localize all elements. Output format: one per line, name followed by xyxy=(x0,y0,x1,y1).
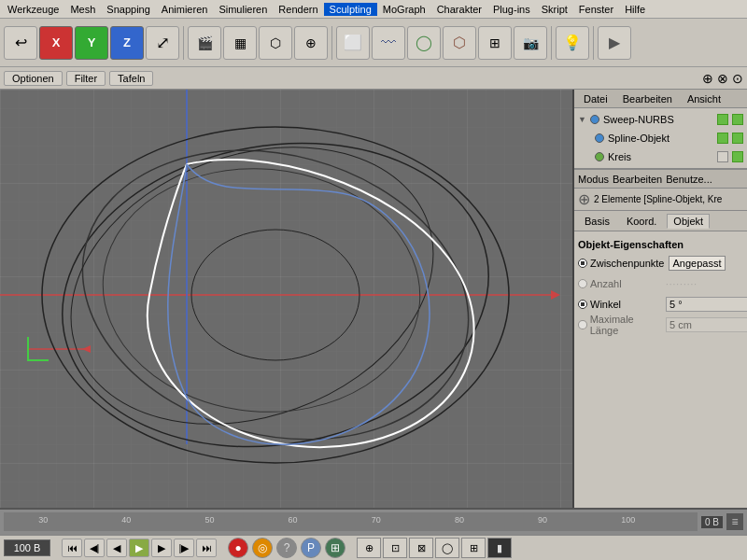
anim4-btn[interactable]: ⊕ xyxy=(294,26,328,60)
prop-dots-anzahl: ········· xyxy=(666,279,743,289)
btn-help[interactable]: ? xyxy=(276,538,297,558)
btn-next-frame[interactable]: ▶ xyxy=(151,539,172,557)
menu-mograph[interactable]: MoGraph xyxy=(377,3,431,16)
btn-icon3[interactable]: ⊠ xyxy=(409,538,433,558)
props-info-icon: ⊕ xyxy=(578,190,590,208)
toolbar2: Optionen Filter Tafeln ⊕ ⊗ ⊙ xyxy=(0,67,747,90)
menu-charakter[interactable]: Charakter xyxy=(431,3,487,16)
menu-skript[interactable]: Skript xyxy=(536,3,573,16)
prop-label-maxlaenge: Maximale Länge xyxy=(578,314,662,336)
tl-mark-80: 80 xyxy=(455,515,464,525)
prop-radio-anzahl[interactable] xyxy=(578,279,587,288)
tree-check-sweep-vis[interactable] xyxy=(717,114,728,125)
btn-next-key[interactable]: |▶ xyxy=(174,539,194,557)
filter-btn[interactable]: Filter xyxy=(66,71,106,86)
btn-prev-key[interactable]: ◀| xyxy=(84,539,105,557)
anim-record-btn[interactable]: 🎬 xyxy=(188,26,221,60)
tab-datei[interactable]: Datei xyxy=(578,91,613,107)
btn-record[interactable]: ● xyxy=(228,538,248,558)
menu-animieren[interactable]: Animieren xyxy=(156,3,214,16)
menu-simulieren[interactable]: Simulieren xyxy=(213,3,273,16)
tl-badge: 0 B xyxy=(701,516,723,528)
anim3-btn[interactable]: ⬡ xyxy=(259,26,292,60)
timeline-marks[interactable]: 30 40 50 60 70 80 90 100 xyxy=(4,512,698,531)
props-tab-objekt[interactable]: Objekt xyxy=(667,214,710,229)
icon-circle[interactable]: ⊙ xyxy=(732,71,743,86)
undo-btn[interactable]: ↩ xyxy=(4,26,37,60)
tree-check-kreis-vis[interactable] xyxy=(717,151,728,162)
props-header-bearbeiten[interactable]: Bearbeiten xyxy=(613,174,662,185)
btn-render[interactable]: P xyxy=(301,538,321,558)
main-toolbar: ↩ X Y Z ⤢ 🎬 ▦ ⬡ ⊕ ⬜ 〰 ◯ ⬡ ⊞ 📷 💡 ▶ xyxy=(0,19,747,67)
nurbs-btn[interactable]: ◯ xyxy=(407,26,441,60)
btn-to-start[interactable]: ⏮ xyxy=(62,539,82,557)
coord-z-btn[interactable]: Z xyxy=(110,26,144,60)
toolbar-sep4 xyxy=(593,26,594,60)
icon-down[interactable]: ⊗ xyxy=(717,71,728,86)
tl-scroll-btn[interactable]: ≡ xyxy=(726,513,743,530)
cube-btn[interactable]: ⬜ xyxy=(336,26,370,60)
menu-werkzeuge[interactable]: Werkzeuge xyxy=(2,3,64,16)
prop-row-anzahl: Anzahl ········· xyxy=(578,274,743,293)
menu-snapping[interactable]: Snapping xyxy=(101,3,156,16)
coord-y-btn[interactable]: Y xyxy=(75,26,108,60)
tree-check-sweep-render[interactable] xyxy=(732,114,743,125)
tafeln-btn[interactable]: Tafeln xyxy=(109,71,153,86)
tree-item-spline[interactable]: Spline-Objekt xyxy=(574,129,747,147)
anim2-btn[interactable]: ▦ xyxy=(223,26,257,60)
light-btn[interactable]: 💡 xyxy=(556,26,589,60)
prop-dropdown-zwischenpunkte[interactable]: Angepasst xyxy=(669,256,726,271)
props-tab-basis[interactable]: Basis xyxy=(578,214,616,229)
icon-crosshair[interactable]: ⊕ xyxy=(702,71,713,86)
btn-icon1[interactable]: ⊕ xyxy=(357,538,381,558)
tree-check-spline-vis[interactable] xyxy=(717,133,728,144)
prop-radio-zwischenpunkte[interactable] xyxy=(578,259,587,268)
tree-item-sweep[interactable]: ▼ Sweep-NURBS xyxy=(574,110,747,129)
frame-input[interactable] xyxy=(4,539,50,556)
tree-check-spline-render[interactable] xyxy=(732,133,743,144)
menu-mesh[interactable]: Mesh xyxy=(64,3,101,16)
timeline: 30 40 50 60 70 80 90 100 0 B ≡ xyxy=(0,508,747,534)
btn-icon4[interactable]: ◯ xyxy=(435,538,459,558)
tree-label-spline: Spline-Objekt xyxy=(608,133,669,144)
prop-radio-winkel[interactable] xyxy=(578,300,587,309)
btn-preview[interactable]: ⊞ xyxy=(325,538,345,558)
menu-hilfe[interactable]: Hilfe xyxy=(619,3,651,16)
menu-plugins[interactable]: Plug-ins xyxy=(487,3,536,16)
btn-play[interactable]: ▶ xyxy=(129,539,149,557)
props-header-benutzer[interactable]: Benutze... xyxy=(666,174,712,185)
prop-input-winkel[interactable] xyxy=(666,297,747,312)
tree-item-kreis[interactable]: Kreis xyxy=(574,147,747,166)
btn-icon5[interactable]: ⊞ xyxy=(461,538,486,558)
prop-radio-maxlaenge[interactable] xyxy=(578,320,587,329)
btn-icon6[interactable]: ▮ xyxy=(487,538,512,558)
render-btn[interactable]: ▶ xyxy=(598,26,631,60)
tab-ansicht[interactable]: Ansicht xyxy=(682,91,726,107)
btn-prev-frame[interactable]: ◀ xyxy=(106,539,127,557)
props-header-modus[interactable]: Modus xyxy=(578,174,609,185)
props-header: Modus Bearbeiten Benutze... xyxy=(574,170,747,189)
tree-check-kreis-render[interactable] xyxy=(732,151,743,162)
tl-mark-50: 50 xyxy=(204,515,214,525)
btn-to-end[interactable]: ⏭ xyxy=(196,539,217,557)
prop-input-maxlaenge[interactable] xyxy=(666,317,747,332)
viewport[interactable] xyxy=(0,90,574,508)
menu-rendern[interactable]: Rendern xyxy=(273,3,323,16)
prop-row-zwischenpunkte: Zwischenpunkte Angepasst xyxy=(578,254,743,273)
tab-bearbeiten[interactable]: Bearbeiten xyxy=(617,91,678,107)
prop-row-maxlaenge: Maximale Länge xyxy=(578,315,743,334)
camera-btn[interactable]: 📷 xyxy=(514,26,547,60)
btn-keyframe[interactable]: ◎ xyxy=(252,538,273,558)
scene-btn[interactable]: ⊞ xyxy=(478,26,512,60)
props-tab-koord[interactable]: Koord. xyxy=(620,214,663,229)
coord-x-btn[interactable]: X xyxy=(39,26,73,60)
menu-fenster[interactable]: Fenster xyxy=(573,3,619,16)
tl-mark-100: 100 xyxy=(621,515,635,525)
move-tool-btn[interactable]: ⤢ xyxy=(146,26,179,60)
sphere-btn[interactable]: 〰 xyxy=(372,26,405,60)
menu-sculpting[interactable]: Sculpting xyxy=(324,3,377,16)
tl-mark-30: 30 xyxy=(38,515,48,525)
btn-icon2[interactable]: ⊡ xyxy=(383,538,407,558)
options-btn[interactable]: Optionen xyxy=(4,71,63,86)
deform-btn[interactable]: ⬡ xyxy=(443,26,476,60)
